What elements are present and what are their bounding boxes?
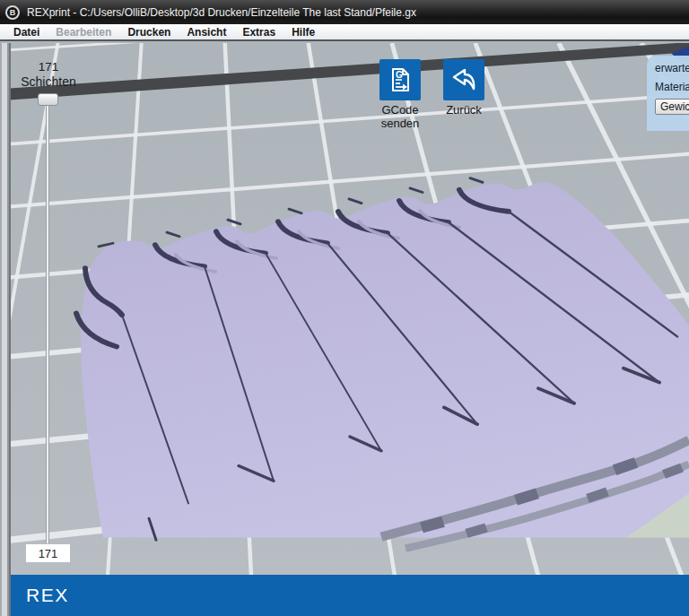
brand-logo-text: REX [26,585,69,606]
layer-slider-track[interactable] [46,104,49,544]
menu-hilfe[interactable]: Hilfe [283,26,323,39]
gcode-send-label: GCode senden [375,104,425,130]
menu-bar: Datei Bearbeiten Drucken Ansicht Extras … [0,24,689,41]
back-button[interactable] [443,59,484,100]
gcode-send-button[interactable]: G [379,59,421,100]
gcode-send-tool: G GCode senden [368,59,432,130]
window-title: REXprint - C:/Users/OlliB/Desktop/3d Dru… [27,6,416,19]
back-tool: Zurück [432,59,496,117]
panel-expected-label: erwarte [655,62,689,74]
rexprint-logo-icon: B [5,5,20,20]
brand-bar: REX [11,575,689,616]
menu-ansicht[interactable]: Ansicht [179,26,234,39]
layer-slider-readout: 171 [25,543,71,563]
menu-bearbeiten: Bearbeiten [48,26,119,39]
undo-arrow-icon [449,65,479,95]
menu-drucken[interactable]: Drucken [119,26,179,39]
layer-slider-handle[interactable] [38,93,58,106]
svg-text:G: G [396,70,403,80]
window-left-border [0,43,11,616]
model-canvas[interactable] [0,43,689,616]
menu-extras[interactable]: Extras [234,26,283,39]
print-info-panel: erwarte Materia Gewich [647,56,689,131]
panel-material-label: Materia [655,81,689,93]
model-pfeile [76,178,689,549]
menu-datei[interactable]: Datei [5,26,48,39]
layer-count-value: 171 [27,60,70,74]
weight-button[interactable]: Gewich [655,99,689,115]
viewport-3d[interactable]: G GCode senden Zurück 171 Schichten 171 … [0,43,689,616]
layer-count-unit: Schichten [5,74,92,89]
title-bar: B REXprint - C:/Users/OlliB/Desktop/3d D… [0,0,689,24]
back-label: Zurück [432,104,496,117]
gcode-document-icon: G [386,65,414,94]
